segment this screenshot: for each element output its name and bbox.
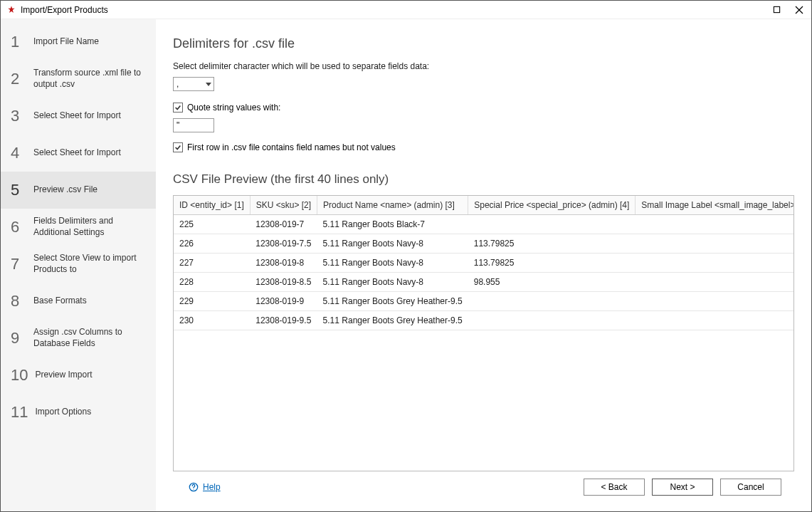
quote-checkbox-label: Quote string values with: — [187, 103, 280, 113]
wizard-step[interactable]: 3Select Sheet for Import — [1, 98, 156, 135]
table-row[interactable]: 22512308-019-75.11 Ranger Boots Black-7 — [174, 215, 794, 234]
window-controls — [771, 5, 804, 15]
back-button[interactable]: < Back — [584, 479, 645, 496]
wizard-step[interactable]: 11Import Options — [1, 394, 156, 431]
section-heading-preview: CSV File Preview (the first 40 lines onl… — [173, 172, 794, 187]
help-link[interactable]: Help — [189, 482, 221, 492]
wizard-step-number: 9 — [11, 329, 26, 348]
wizard-step[interactable]: 9Assign .csv Columns to Database Fields — [1, 320, 156, 357]
table-cell: 230 — [174, 311, 250, 330]
wizard-main: Delimiters for .csv file Select delimite… — [156, 19, 811, 511]
wizard-step-number: 5 — [11, 181, 26, 199]
first-row-checkbox[interactable] — [173, 142, 183, 152]
help-icon — [189, 482, 199, 492]
wizard-step[interactable]: 6Fields Delimiters and Additional Settin… — [1, 209, 156, 246]
wizard-window: Import/Export Products 1Import File Name… — [0, 0, 812, 512]
wizard-step[interactable]: 10Preview Import — [1, 357, 156, 394]
table-row[interactable]: 22812308-019-8.55.11 Ranger Boots Navy-8… — [174, 273, 794, 292]
table-cell — [468, 215, 636, 234]
maximize-button[interactable] — [771, 5, 781, 15]
cancel-button[interactable]: Cancel — [720, 479, 781, 496]
wizard-step[interactable]: 4Select Sheet for Import — [1, 135, 156, 172]
wizard-step-label: Transform source .xml file to output .cs… — [33, 68, 149, 90]
csv-preview-grid[interactable]: ID <entity_id> [1]SKU <sku> [2]Product N… — [173, 195, 794, 471]
wizard-step[interactable]: 1Import File Name — [1, 23, 156, 61]
table-cell: 5.11 Ranger Boots Navy-8 — [317, 234, 468, 254]
wizard-step-label: Assign .csv Columns to Database Fields — [33, 327, 149, 349]
delimiter-select[interactable]: , — [173, 77, 214, 91]
column-header[interactable]: Product Name <name> (admin) [3] — [317, 196, 468, 215]
wizard-step-label: Select Store View to import Products to — [33, 253, 149, 275]
wizard-step-number: 10 — [11, 366, 28, 385]
wizard-body: 1Import File Name2Transform source .xml … — [1, 19, 811, 511]
table-cell: 5.11 Ranger Boots Navy-8 — [317, 273, 468, 292]
column-header[interactable]: Small Image Label <small_image_label> (a… — [636, 196, 794, 215]
table-cell — [468, 292, 636, 311]
table-row[interactable]: 22912308-019-95.11 Ranger Boots Grey Hea… — [174, 292, 794, 311]
table-row[interactable]: 23012308-019-9.55.11 Ranger Boots Grey H… — [174, 311, 794, 330]
quote-character-input[interactable] — [173, 118, 214, 132]
wizard-step-label: Select Sheet for Import — [33, 147, 124, 159]
svg-rect-0 — [774, 6, 779, 12]
table-cell: 113.79825 — [468, 234, 636, 254]
table-cell: 12308-019-7 — [250, 215, 317, 234]
table-cell: 225 — [174, 215, 250, 234]
table-cell: 5.11 Ranger Boots Black-7 — [317, 215, 468, 234]
wizard-step-label: Import File Name — [33, 36, 102, 48]
section-heading-delimiters: Delimiters for .csv file — [173, 36, 794, 51]
wizard-step[interactable]: 8Base Formats — [1, 283, 156, 320]
window-title: Import/Export Products — [21, 5, 771, 15]
table-cell — [636, 292, 794, 311]
column-header[interactable]: SKU <sku> [2] — [250, 196, 317, 215]
table-cell: 98.955 — [468, 273, 636, 292]
table-row[interactable]: 22612308-019-7.55.11 Ranger Boots Navy-8… — [174, 234, 794, 254]
table-cell — [636, 215, 794, 234]
wizard-step-number: 1 — [11, 33, 26, 51]
app-icon — [6, 5, 16, 15]
table-cell: 229 — [174, 292, 250, 311]
table-cell: 5.11 Ranger Boots Grey Heather-9.5 — [317, 311, 468, 330]
wizard-step-label: Base Formats — [33, 296, 90, 307]
wizard-step-label: Select Sheet for Import — [33, 110, 124, 122]
table-cell: 227 — [174, 254, 250, 273]
chevron-down-icon — [204, 83, 213, 86]
close-button[interactable] — [794, 5, 804, 15]
column-header[interactable]: ID <entity_id> [1] — [174, 196, 250, 215]
help-label: Help — [203, 482, 221, 492]
wizard-step-label: Preview .csv File — [33, 184, 100, 196]
wizard-step[interactable]: 2Transform source .xml file to output .c… — [1, 61, 156, 98]
wizard-step-label: Fields Delimiters and Additional Setting… — [33, 216, 149, 238]
table-cell: 228 — [174, 273, 250, 292]
table-row[interactable]: 22712308-019-85.11 Ranger Boots Navy-811… — [174, 254, 794, 273]
wizard-step-number: 2 — [11, 70, 26, 88]
delimiter-select-value: , — [176, 79, 204, 89]
table-cell — [636, 254, 794, 273]
table-cell — [636, 311, 794, 330]
wizard-step-number: 7 — [11, 255, 26, 273]
wizard-step[interactable]: 5Preview .csv File — [1, 172, 156, 209]
table-cell: 113.79825 — [468, 254, 636, 273]
first-row-checkbox-label: First row in .csv file contains field na… — [187, 142, 396, 152]
table-cell: 12308-019-9 — [250, 292, 317, 311]
wizard-steps-sidebar: 1Import File Name2Transform source .xml … — [1, 19, 156, 511]
csv-preview-table: ID <entity_id> [1]SKU <sku> [2]Product N… — [174, 196, 794, 330]
table-cell: 12308-019-8.5 — [250, 273, 317, 292]
wizard-step-label: Preview Import — [35, 370, 95, 381]
svg-point-4 — [193, 489, 194, 490]
table-cell: 12308-019-8 — [250, 254, 317, 273]
quote-checkbox[interactable] — [173, 103, 183, 113]
next-button[interactable]: Next > — [652, 479, 713, 496]
wizard-step[interactable]: 7Select Store View to import Products to — [1, 246, 156, 283]
column-header[interactable]: Special Price <special_price> (admin) [4… — [468, 196, 636, 215]
table-cell: 5.11 Ranger Boots Grey Heather-9.5 — [317, 292, 468, 311]
wizard-step-number: 11 — [11, 403, 28, 422]
table-cell — [636, 273, 794, 292]
table-cell: 5.11 Ranger Boots Navy-8 — [317, 254, 468, 273]
first-row-checkbox-row: First row in .csv file contains field na… — [173, 142, 794, 152]
titlebar: Import/Export Products — [1, 1, 811, 19]
wizard-step-label: Import Options — [35, 407, 94, 418]
wizard-step-number: 6 — [11, 218, 26, 236]
table-cell: 226 — [174, 234, 250, 254]
wizard-step-number: 4 — [11, 144, 26, 162]
wizard-footer: Help < Back Next > Cancel — [173, 471, 794, 503]
